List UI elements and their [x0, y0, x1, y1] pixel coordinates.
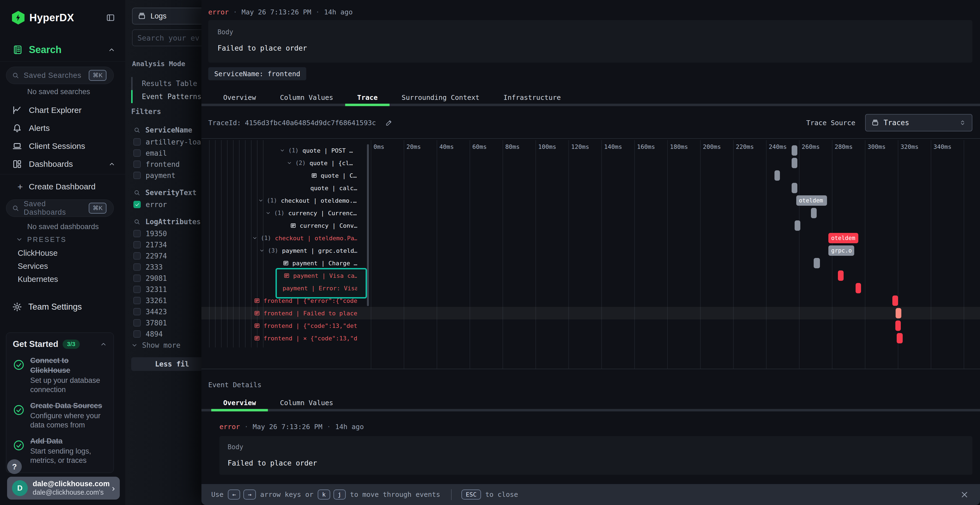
trace-span-row[interactable]: (1)currency | Currenc…	[266, 207, 357, 219]
span-bar[interactable]	[814, 258, 820, 268]
sidebar-item-alerts[interactable]: Alerts	[0, 119, 125, 137]
checkbox[interactable]	[134, 252, 141, 260]
span-bar[interactable]: grpc.o	[828, 245, 854, 256]
user-subtext: dale@clickhouse.com's	[33, 488, 110, 497]
checkbox[interactable]	[134, 275, 141, 282]
search-icon[interactable]	[134, 127, 140, 133]
sidebar-item-chart-explorer[interactable]: Chart Explorer	[0, 101, 125, 119]
sidebar-nav: Chart ExplorerAlertsClient SessionsDashb…	[0, 101, 125, 173]
user-menu[interactable]: D dale@clickhouse.com dale@clickhouse.co…	[7, 477, 120, 500]
timeline-gridline	[700, 140, 701, 369]
span-bar[interactable]	[838, 270, 844, 281]
checkbox[interactable]	[134, 230, 141, 237]
analysis-mode-event-patterns[interactable]: Event Patterns	[131, 90, 202, 103]
span-bar[interactable]: oteldem	[796, 195, 827, 206]
chevron-right-icon: ›	[112, 483, 115, 493]
trace-span-row[interactable]: currency | Conv…	[290, 219, 357, 232]
chevron-down-icon[interactable]	[286, 160, 292, 166]
checkbox[interactable]	[134, 308, 141, 315]
span-bar[interactable]	[895, 321, 901, 331]
chevron-down-icon[interactable]	[252, 235, 258, 241]
preset-services[interactable]: Services	[18, 260, 58, 273]
span-bar[interactable]	[795, 221, 800, 231]
checkbox[interactable]	[134, 297, 141, 304]
trace-span-row[interactable]: (2)quote | {cl…	[286, 157, 357, 169]
preset-clickhouse[interactable]: ClickHouse	[18, 246, 58, 260]
chevron-up-icon[interactable]	[108, 46, 115, 54]
trace-span-row[interactable]: (3)payment | grpc.oteld…	[259, 245, 357, 257]
service-name-chip[interactable]: ServiceName: frontend	[208, 67, 306, 80]
preset-kubernetes[interactable]: Kubernetes	[18, 273, 58, 286]
checkbox[interactable]	[134, 330, 141, 338]
get-started-item[interactable]: Connect to ClickHouseSet up your databas…	[13, 356, 107, 394]
sidebar-item-team-settings[interactable]: Team Settings	[12, 300, 82, 314]
span-bar[interactable]	[897, 333, 903, 343]
sidebar-item-dashboards[interactable]: Dashboards	[0, 155, 125, 173]
chevron-down-icon[interactable]	[259, 248, 265, 253]
span-bar[interactable]: oteldem	[828, 233, 858, 243]
trace-span-row[interactable]: (1)checkout | oteldemo.…	[258, 194, 357, 207]
trace-span-row[interactable]: (1)quote | POST …	[280, 144, 357, 157]
span-bar[interactable]	[811, 208, 817, 218]
get-started-item[interactable]: Add DataStart sending logs, metrics, or …	[13, 436, 107, 465]
user-email: dale@clickhouse.com	[33, 480, 110, 488]
tab-trace[interactable]: Trace	[345, 89, 390, 106]
presets-toggle[interactable]: PRESETS	[16, 234, 67, 245]
tab-overview[interactable]: Overview	[211, 89, 268, 106]
grid-icon	[12, 159, 24, 169]
span-bar[interactable]	[856, 283, 861, 293]
edit-icon[interactable]	[385, 119, 393, 127]
span-bar[interactable]	[892, 295, 898, 306]
trace-source-select[interactable]: Traces	[865, 114, 972, 132]
span-bar[interactable]	[792, 183, 797, 193]
sidebar-item-client-sessions[interactable]: Client Sessions	[0, 137, 125, 155]
tree-scrollbar[interactable]	[367, 144, 369, 306]
trace-span-row[interactable]: (1)checkout | oteldemo.Pa…	[252, 232, 357, 245]
checkbox[interactable]	[134, 138, 141, 146]
tab-infrastructure[interactable]: Infrastructure	[492, 89, 573, 106]
tab-column-values[interactable]: Column Values	[268, 89, 345, 106]
event-details-tab-column-values[interactable]: Column Values	[268, 394, 345, 411]
checkbox[interactable]	[134, 319, 141, 327]
sidebar-collapse-icon[interactable]	[106, 13, 115, 22]
tab-surrounding-context[interactable]: Surrounding Context	[390, 89, 492, 106]
checkbox[interactable]	[134, 241, 141, 248]
checkbox-checked[interactable]	[134, 201, 141, 208]
create-dashboard-button[interactable]: + Create Dashboard	[18, 180, 95, 193]
less-filters-button[interactable]: Less fil	[131, 357, 213, 371]
checkbox[interactable]	[134, 286, 141, 293]
chevron-up-icon[interactable]	[100, 341, 107, 348]
trace-span-row[interactable]: payment | Charge …	[283, 257, 357, 269]
help-button[interactable]: ?	[7, 459, 22, 474]
trace-span-row[interactable]: quote | calc…	[310, 182, 357, 194]
analysis-mode-results-table[interactable]: Results Table	[131, 77, 202, 90]
saved-searches-input[interactable]: Saved Searches ⌘K	[6, 67, 114, 84]
close-icon[interactable]	[960, 490, 969, 499]
sidebar-item-search[interactable]: Search	[12, 43, 115, 57]
trace-span-row[interactable]: quote | C…	[311, 169, 357, 182]
hyperdx-logo-icon	[12, 11, 24, 24]
checkbox[interactable]	[134, 264, 141, 271]
chevron-down-icon[interactable]	[280, 148, 285, 153]
timeline-tick: 340ms	[934, 143, 951, 150]
chevron-down-icon[interactable]	[258, 198, 264, 203]
saved-dashboards-input[interactable]: Saved Dashboards ⌘K	[6, 199, 114, 217]
trace-span-row[interactable]: frontend | {"code":13,"det…	[254, 319, 357, 332]
chevron-down-icon[interactable]	[266, 210, 271, 216]
checkbox[interactable]	[134, 149, 141, 157]
span-bar[interactable]	[792, 158, 797, 168]
get-started-header[interactable]: Get Started 3/3	[13, 339, 107, 349]
event-details-tab-overview[interactable]: Overview	[211, 394, 268, 411]
span-bar[interactable]	[792, 145, 797, 156]
search-icon[interactable]	[134, 218, 140, 225]
span-bar[interactable]	[896, 308, 901, 318]
get-started-item[interactable]: Create Data SourcesConfigure where your …	[13, 401, 107, 430]
trace-span-row[interactable]: frontend | Failed to place…	[254, 307, 357, 319]
trace-span-row[interactable]: frontend | × {"code":13,"d…	[254, 332, 357, 345]
checkbox[interactable]	[134, 160, 141, 168]
body-value: Failed to place order	[218, 44, 307, 52]
checkbox[interactable]	[134, 172, 141, 179]
search-icon[interactable]	[134, 189, 140, 196]
get-started-title: Get Started	[13, 339, 58, 349]
span-bar[interactable]	[775, 170, 780, 181]
